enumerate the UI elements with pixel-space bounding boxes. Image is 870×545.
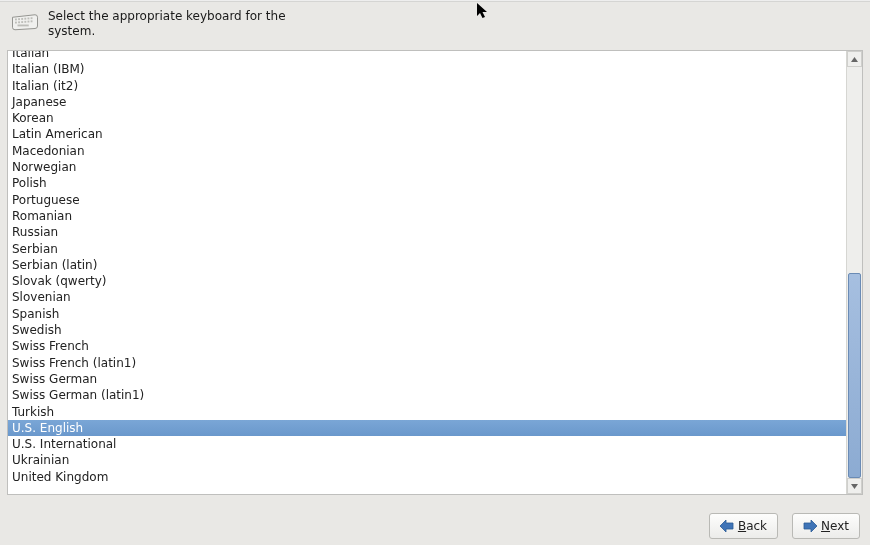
list-item[interactable]: Serbian (latin) <box>8 257 846 273</box>
header-text: Select the appropriate keyboard for the … <box>48 9 308 39</box>
list-item[interactable]: Macedonian <box>8 143 846 159</box>
svg-rect-8 <box>21 21 23 23</box>
list-item[interactable]: Polish <box>8 175 846 191</box>
scrollbar-thumb[interactable] <box>848 273 861 479</box>
keyboard-icon <box>10 10 40 32</box>
arrow-right-icon <box>803 520 817 532</box>
svg-rect-9 <box>24 21 26 23</box>
svg-rect-4 <box>28 18 30 20</box>
svg-rect-2 <box>21 18 23 20</box>
list-item[interactable]: Italian (IBM) <box>8 61 846 77</box>
list-item[interactable]: Serbian <box>8 241 846 257</box>
scrollbar-track[interactable] <box>847 67 862 478</box>
svg-rect-0 <box>15 19 17 21</box>
next-button[interactable]: Next <box>792 513 860 539</box>
svg-rect-11 <box>31 20 33 22</box>
list-item[interactable]: Swiss French (latin1) <box>8 355 846 371</box>
list-item[interactable]: Turkish <box>8 404 846 420</box>
list-item[interactable]: Latin American <box>8 126 846 142</box>
scroll-down-button[interactable] <box>847 478 862 494</box>
svg-rect-12 <box>18 25 29 27</box>
list-item[interactable]: Romanian <box>8 208 846 224</box>
svg-rect-3 <box>24 18 26 20</box>
list-item[interactable]: Japanese <box>8 94 846 110</box>
header: Select the appropriate keyboard for the … <box>0 2 870 45</box>
list-item[interactable]: Swiss German (latin1) <box>8 387 846 403</box>
list-item[interactable]: Spanish <box>8 306 846 322</box>
list-item[interactable]: Swedish <box>8 322 846 338</box>
svg-rect-1 <box>18 18 20 20</box>
list-item[interactable]: Italian <box>8 51 846 61</box>
back-button[interactable]: Back <box>709 513 778 539</box>
svg-rect-6 <box>15 22 17 24</box>
list-item[interactable]: Slovenian <box>8 289 846 305</box>
list-item[interactable]: Norwegian <box>8 159 846 175</box>
list-item[interactable]: Swiss French <box>8 338 846 354</box>
svg-rect-5 <box>31 17 33 19</box>
list-item[interactable]: U.S. English <box>8 420 846 436</box>
svg-marker-14 <box>851 484 858 489</box>
back-button-label: Back <box>738 519 767 533</box>
list-item[interactable]: Slovak (qwerty) <box>8 273 846 289</box>
list-item[interactable]: Italian (it2) <box>8 78 846 94</box>
arrow-left-icon <box>720 520 734 532</box>
list-item[interactable]: Ukrainian <box>8 452 846 468</box>
list-item[interactable]: United Kingdom <box>8 469 846 485</box>
svg-marker-16 <box>804 520 817 532</box>
svg-marker-15 <box>720 520 733 532</box>
next-button-label: Next <box>821 519 849 533</box>
scrollbar[interactable] <box>846 51 862 494</box>
svg-rect-7 <box>18 21 20 23</box>
keyboard-list[interactable]: ItalianItalian (IBM)Italian (it2)Japanes… <box>8 51 846 494</box>
list-item[interactable]: Portuguese <box>8 192 846 208</box>
svg-rect-10 <box>28 21 30 23</box>
list-item[interactable]: U.S. International <box>8 436 846 452</box>
svg-marker-13 <box>851 57 858 62</box>
footer: Back Next <box>0 513 870 539</box>
keyboard-list-container: ItalianItalian (IBM)Italian (it2)Japanes… <box>7 50 863 495</box>
scroll-up-button[interactable] <box>847 51 862 67</box>
list-item[interactable]: Swiss German <box>8 371 846 387</box>
list-item[interactable]: Korean <box>8 110 846 126</box>
list-item[interactable]: Russian <box>8 224 846 240</box>
